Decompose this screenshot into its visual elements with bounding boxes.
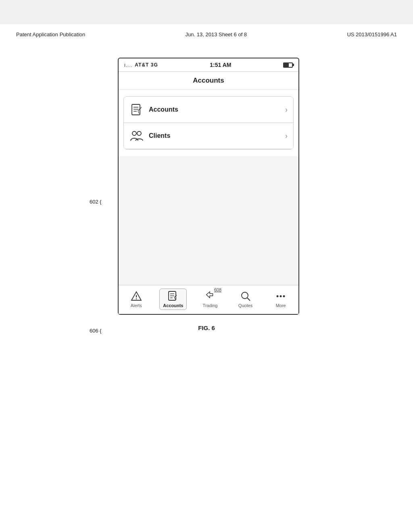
fig-caption: FIG. 6 [198,324,215,331]
accounts-tab-label: Accounts [163,303,183,308]
page-wrapper: Patent Application Publication Jun. 13, … [0,24,413,532]
nav-title: Accounts [119,72,298,90]
diagram-container: 602 { 606 { I.... AT&T 3G 1:51 AM [86,46,327,315]
phone-frame: I.... AT&T 3G 1:51 AM Accounts [118,58,299,315]
trading-tab-label: Trading [203,303,218,308]
tab-item-quotes[interactable]: Quotes [234,291,258,308]
battery-fill [284,63,289,67]
signal-area: I.... AT&T 3G [124,62,158,68]
accounts-chevron: › [285,106,288,114]
svg-point-11 [136,298,137,299]
status-bar: I.... AT&T 3G 1:51 AM [119,58,298,72]
content-area [119,156,298,285]
tab-item-alerts[interactable]: Alerts [124,291,148,308]
tab-item-trading[interactable]: 608 Trading [198,291,222,308]
tab-item-accounts[interactable]: Accounts [159,289,187,310]
more-tab-label: More [276,303,286,308]
alerts-tab-label: Alerts [131,303,142,308]
more-icon [275,291,286,302]
tab-item-more[interactable]: More [269,291,293,308]
clients-label: Clients [149,132,282,139]
svg-line-17 [174,297,175,299]
list-item-clients[interactable]: Clients › [124,123,293,149]
battery-area [283,62,293,68]
list-item-accounts[interactable]: Accounts › [124,97,293,123]
svg-point-7 [132,131,136,135]
alert-icon [131,291,142,302]
clients-chevron: › [285,132,288,140]
signal-dots: I.... [124,63,132,68]
annotation-602: 602 { [90,199,102,205]
document-list-icon [129,102,144,117]
divider-604: 604 [204,149,213,150]
people-icon [129,129,144,143]
svg-line-19 [247,298,250,301]
svg-line-16 [174,295,177,297]
time-display: 1:51 AM [210,62,231,68]
svg-line-5 [138,111,139,114]
svg-point-22 [283,295,285,297]
svg-line-6 [140,107,142,108]
patent-left: Patent Application Publication [16,31,85,37]
annotation-608: 608 [214,287,221,292]
svg-point-21 [280,295,282,297]
carrier-label: AT&T 3G [135,62,158,68]
accounts-label: Accounts [149,106,282,113]
patent-header: Patent Application Publication Jun. 13, … [0,24,413,42]
svg-point-18 [242,292,248,299]
trading-icon [204,291,216,302]
annotation-606: 606 { [90,328,102,334]
patent-center: Jun. 13, 2013 Sheet 6 of 8 [186,31,247,37]
patent-right: US 2013/0151996 A1 [347,31,397,37]
quotes-icon [240,291,251,302]
svg-point-20 [277,295,279,297]
accounts-tab-icon [167,291,179,302]
svg-point-8 [137,131,141,135]
list-group: Accounts › [123,96,294,150]
battery-icon [283,62,293,68]
quotes-tab-label: Quotes [238,303,252,308]
tab-bar: Alerts Accounts [119,285,298,314]
